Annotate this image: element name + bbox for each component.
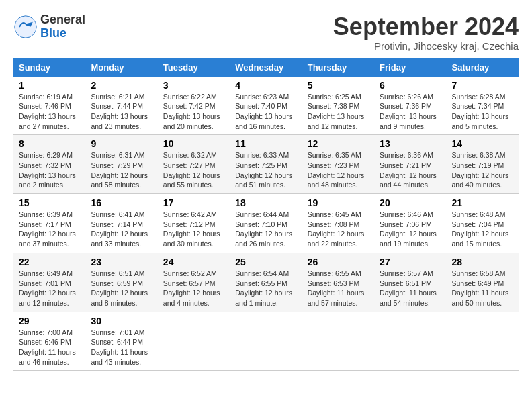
day-number: 9	[91, 138, 152, 149]
col-wednesday: Wednesday	[230, 58, 302, 77]
day-number: 28	[452, 257, 513, 267]
table-row: 6Sunrise: 6:26 AM Sunset: 7:36 PM Daylig…	[374, 77, 446, 135]
day-number: 5	[308, 80, 369, 91]
table-row: 3Sunrise: 6:22 AM Sunset: 7:42 PM Daylig…	[158, 77, 230, 135]
day-info: Sunrise: 6:36 AM Sunset: 7:21 PM Dayligh…	[380, 150, 441, 190]
table-row: 11Sunrise: 6:33 AM Sunset: 7:25 PM Dayli…	[230, 135, 302, 194]
day-number: 16	[91, 197, 152, 208]
day-number: 17	[163, 197, 224, 208]
day-number: 6	[380, 80, 441, 91]
table-row: 12Sunrise: 6:35 AM Sunset: 7:23 PM Dayli…	[302, 135, 374, 194]
day-number: 1	[19, 80, 80, 91]
day-info: Sunrise: 7:01 AM Sunset: 6:44 PM Dayligh…	[91, 328, 152, 367]
table-row: 5Sunrise: 6:25 AM Sunset: 7:38 PM Daylig…	[302, 77, 374, 135]
title-block: September 2024 Protivin, Jihocesky kraj,…	[333, 13, 519, 52]
day-number: 29	[19, 316, 80, 326]
day-info: Sunrise: 6:35 AM Sunset: 7:23 PM Dayligh…	[308, 150, 369, 190]
table-row	[158, 312, 230, 371]
day-number: 27	[380, 257, 441, 267]
table-row: 22Sunrise: 6:49 AM Sunset: 7:01 PM Dayli…	[13, 253, 85, 312]
day-info: Sunrise: 6:23 AM Sunset: 7:40 PM Dayligh…	[235, 92, 296, 132]
day-info: Sunrise: 6:41 AM Sunset: 7:14 PM Dayligh…	[91, 210, 152, 249]
col-saturday: Saturday	[447, 58, 519, 77]
day-info: Sunrise: 7:00 AM Sunset: 6:46 PM Dayligh…	[19, 328, 80, 367]
col-tuesday: Tuesday	[158, 58, 230, 77]
day-info: Sunrise: 6:26 AM Sunset: 7:36 PM Dayligh…	[380, 92, 441, 132]
day-info: Sunrise: 6:49 AM Sunset: 7:01 PM Dayligh…	[19, 269, 80, 308]
table-row	[230, 312, 302, 371]
table-row: 24Sunrise: 6:52 AM Sunset: 6:57 PM Dayli…	[158, 253, 230, 312]
table-row: 15Sunrise: 6:39 AM Sunset: 7:17 PM Dayli…	[13, 194, 85, 253]
table-row: 30Sunrise: 7:01 AM Sunset: 6:44 PM Dayli…	[85, 312, 157, 371]
table-row: 9Sunrise: 6:31 AM Sunset: 7:29 PM Daylig…	[85, 135, 157, 194]
day-number: 19	[308, 197, 369, 208]
day-info: Sunrise: 6:54 AM Sunset: 6:55 PM Dayligh…	[235, 269, 296, 308]
table-row: 14Sunrise: 6:38 AM Sunset: 7:19 PM Dayli…	[447, 135, 519, 194]
day-number: 7	[452, 80, 513, 91]
day-info: Sunrise: 6:44 AM Sunset: 7:10 PM Dayligh…	[235, 210, 296, 249]
table-row: 1Sunrise: 6:19 AM Sunset: 7:46 PM Daylig…	[13, 77, 85, 135]
day-info: Sunrise: 6:39 AM Sunset: 7:17 PM Dayligh…	[19, 210, 80, 249]
day-info: Sunrise: 6:46 AM Sunset: 7:06 PM Dayligh…	[380, 210, 441, 249]
day-number: 14	[452, 138, 513, 149]
col-thursday: Thursday	[302, 58, 374, 77]
day-number: 18	[235, 197, 296, 208]
calendar-table: Sunday Monday Tuesday Wednesday Thursday…	[13, 58, 519, 371]
day-info: Sunrise: 6:57 AM Sunset: 6:51 PM Dayligh…	[380, 269, 441, 308]
day-number: 20	[380, 197, 441, 208]
day-info: Sunrise: 6:28 AM Sunset: 7:34 PM Dayligh…	[452, 92, 513, 132]
table-row	[447, 312, 519, 371]
table-row: 21Sunrise: 6:48 AM Sunset: 7:04 PM Dayli…	[447, 194, 519, 253]
table-row: 13Sunrise: 6:36 AM Sunset: 7:21 PM Dayli…	[374, 135, 446, 194]
logo: General Blue	[13, 13, 85, 40]
month-year: September 2024	[333, 13, 519, 40]
day-number: 21	[452, 197, 513, 208]
table-row: 18Sunrise: 6:44 AM Sunset: 7:10 PM Dayli…	[230, 194, 302, 253]
day-info: Sunrise: 6:32 AM Sunset: 7:27 PM Dayligh…	[163, 150, 224, 190]
logo-icon	[13, 15, 38, 39]
day-info: Sunrise: 6:21 AM Sunset: 7:44 PM Dayligh…	[91, 92, 152, 132]
day-number: 8	[19, 138, 80, 149]
table-row	[374, 312, 446, 371]
table-row: 4Sunrise: 6:23 AM Sunset: 7:40 PM Daylig…	[230, 77, 302, 135]
day-info: Sunrise: 6:42 AM Sunset: 7:12 PM Dayligh…	[163, 210, 224, 249]
location: Protivin, Jihocesky kraj, Czechia	[333, 40, 519, 52]
table-row: 25Sunrise: 6:54 AM Sunset: 6:55 PM Dayli…	[230, 253, 302, 312]
day-number: 22	[19, 257, 80, 267]
day-info: Sunrise: 6:25 AM Sunset: 7:38 PM Dayligh…	[308, 92, 369, 132]
day-info: Sunrise: 6:38 AM Sunset: 7:19 PM Dayligh…	[452, 150, 513, 190]
day-number: 26	[308, 257, 369, 267]
day-number: 11	[235, 138, 296, 149]
col-friday: Friday	[374, 58, 446, 77]
day-info: Sunrise: 6:22 AM Sunset: 7:42 PM Dayligh…	[163, 92, 224, 132]
day-info: Sunrise: 6:48 AM Sunset: 7:04 PM Dayligh…	[452, 210, 513, 249]
calendar-header-row: Sunday Monday Tuesday Wednesday Thursday…	[13, 58, 519, 77]
table-row: 16Sunrise: 6:41 AM Sunset: 7:14 PM Dayli…	[85, 194, 157, 253]
col-monday: Monday	[85, 58, 157, 77]
col-sunday: Sunday	[13, 58, 85, 77]
table-row: 10Sunrise: 6:32 AM Sunset: 7:27 PM Dayli…	[158, 135, 230, 194]
day-number: 24	[163, 257, 224, 267]
page-header: General Blue September 2024 Protivin, Ji…	[13, 13, 519, 52]
day-info: Sunrise: 6:45 AM Sunset: 7:08 PM Dayligh…	[308, 210, 369, 249]
table-row	[302, 312, 374, 371]
day-number: 23	[91, 257, 152, 267]
day-number: 15	[19, 197, 80, 208]
table-row: 7Sunrise: 6:28 AM Sunset: 7:34 PM Daylig…	[447, 77, 519, 135]
day-number: 4	[235, 80, 296, 91]
day-number: 12	[308, 138, 369, 149]
day-info: Sunrise: 6:19 AM Sunset: 7:46 PM Dayligh…	[19, 92, 80, 132]
day-number: 25	[235, 257, 296, 267]
table-row: 27Sunrise: 6:57 AM Sunset: 6:51 PM Dayli…	[374, 253, 446, 312]
table-row: 26Sunrise: 6:55 AM Sunset: 6:53 PM Dayli…	[302, 253, 374, 312]
day-number: 10	[163, 138, 224, 149]
day-number: 30	[91, 316, 152, 326]
day-info: Sunrise: 6:51 AM Sunset: 6:59 PM Dayligh…	[91, 269, 152, 308]
day-number: 2	[91, 80, 152, 91]
table-row: 17Sunrise: 6:42 AM Sunset: 7:12 PM Dayli…	[158, 194, 230, 253]
day-info: Sunrise: 6:31 AM Sunset: 7:29 PM Dayligh…	[91, 150, 152, 190]
day-info: Sunrise: 6:58 AM Sunset: 6:49 PM Dayligh…	[452, 269, 513, 308]
table-row: 28Sunrise: 6:58 AM Sunset: 6:49 PM Dayli…	[447, 253, 519, 312]
logo-text: General Blue	[40, 13, 85, 40]
day-info: Sunrise: 6:55 AM Sunset: 6:53 PM Dayligh…	[308, 269, 369, 308]
